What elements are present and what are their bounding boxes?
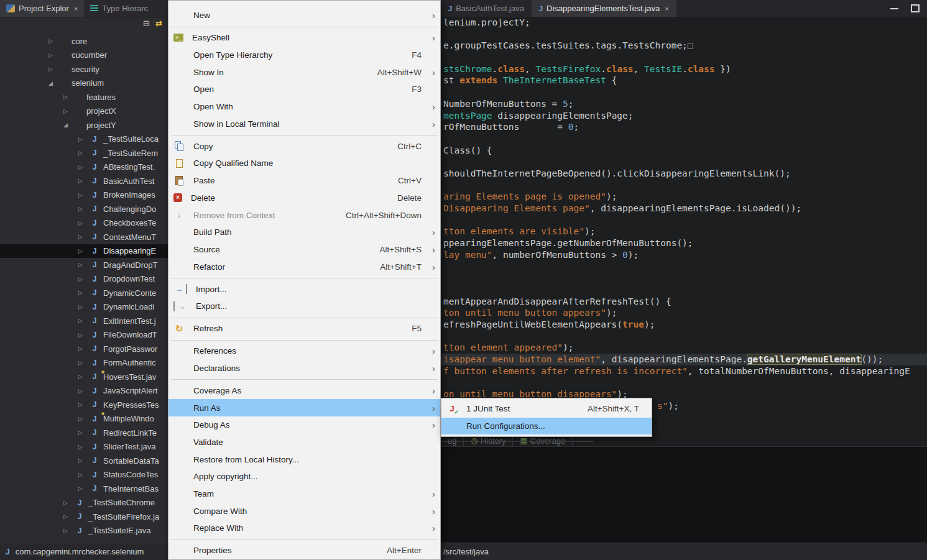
expand-arrow-icon[interactable]: ▷ <box>78 485 90 492</box>
code-line[interactable] <box>441 29 927 40</box>
menu-item-open-type-hierarchy[interactable]: Open Type HierarchyF4 <box>168 47 440 64</box>
menu-item-references[interactable]: References› <box>168 342 440 360</box>
minimize-button[interactable] <box>890 8 898 9</box>
collapse-arrow-icon[interactable]: ◢ <box>63 122 75 128</box>
menu-item-debug-as[interactable]: Debug As› <box>168 416 440 434</box>
code-line[interactable] <box>441 272 927 284</box>
collapse-arrow-icon[interactable]: ◢ <box>48 80 60 86</box>
expand-arrow-icon[interactable]: ▷ <box>78 150 90 156</box>
link-with-editor-icon[interactable]: ⇄ <box>155 19 162 27</box>
expand-arrow-icon[interactable]: ▷ <box>78 388 90 394</box>
code-line[interactable]: mentsPage disappearingElementsPage; <box>441 110 927 122</box>
tab-basicauthtest-java[interactable]: J BasicAuthTest.java <box>441 0 532 17</box>
menu-item-team[interactable]: Team› <box>168 485 440 503</box>
code-line[interactable]: Disappearing Elements page", disappearin… <box>441 203 927 214</box>
code-line[interactable]: aring Elements page is opened"); <box>441 191 927 203</box>
menu-item-validate[interactable]: Validate <box>168 434 440 451</box>
menu-item-declarations[interactable]: Declarations› <box>168 360 440 377</box>
menu-item-coverage-as[interactable]: Coverage As› <box>168 382 440 400</box>
close-icon[interactable]: × <box>665 5 668 12</box>
code-line[interactable] <box>441 86 927 98</box>
menu-item-delete[interactable]: ×DeleteDelete <box>168 189 440 206</box>
menu-item-new[interactable]: New› <box>168 7 440 24</box>
expand-arrow-icon[interactable]: ▷ <box>78 206 90 212</box>
menu-item-open-with[interactable]: Open With› <box>168 98 440 116</box>
expand-arrow-icon[interactable]: ▷ <box>63 500 75 506</box>
menu-item-run-as[interactable]: Run As› <box>168 399 440 416</box>
expand-arrow-icon[interactable]: ▷ <box>63 108 75 114</box>
console-tab-coverage[interactable]: ▦Coverage <box>513 436 573 446</box>
code-line[interactable]: st extends TheInternetBaseTest { <box>441 75 927 86</box>
expand-arrow-icon[interactable]: ▷ <box>63 94 75 100</box>
expand-arrow-icon[interactable]: ▷ <box>78 220 90 226</box>
menu-item-copy-qualified-name[interactable]: Copy Qualified Name <box>168 155 440 172</box>
expand-arrow-icon[interactable]: ▷ <box>63 513 75 520</box>
code-line[interactable]: ton until menu button appears"); <box>441 307 927 319</box>
tab-type-hierarchy[interactable]: Type Hierarc <box>84 0 154 17</box>
code-line[interactable]: rOfMenuButtons = 0; <box>441 121 927 133</box>
maximize-button[interactable] <box>911 4 920 12</box>
code-line[interactable]: tton element appeared"); <box>441 342 927 354</box>
menu-item-refactor[interactable]: RefactorAlt+Shift+T› <box>168 258 440 275</box>
expand-arrow-icon[interactable]: ▷ <box>78 444 90 450</box>
tab-project-explorer[interactable]: Project Explor × <box>0 0 84 17</box>
menu-item-replace-with[interactable]: Replace With› <box>168 520 440 537</box>
menu-item-open[interactable]: OpenF3 <box>168 81 440 98</box>
code-line[interactable] <box>441 260 927 272</box>
collapse-all-icon[interactable]: ⊟ <box>143 19 150 27</box>
code-line[interactable]: f button elements after refresh is incor… <box>441 365 927 377</box>
code-line[interactable]: tton elements are visible"); <box>441 226 927 237</box>
expand-arrow-icon[interactable]: ▷ <box>78 290 90 296</box>
code-line[interactable] <box>441 331 927 342</box>
menu-item-apply-copyright[interactable]: Apply copyright... <box>168 468 440 485</box>
expand-arrow-icon[interactable]: ▷ <box>78 262 90 268</box>
menu-item-easyshell[interactable]: >_EasyShell› <box>168 29 440 47</box>
menu-item-refresh[interactable]: ↻RefreshF5 <box>168 320 440 337</box>
expand-arrow-icon[interactable]: ▷ <box>78 192 90 198</box>
menu-item-compare-with[interactable]: Compare With› <box>168 502 440 520</box>
code-editor[interactable]: lenium.projectY;e.groupTestCases.testSui… <box>441 17 927 435</box>
expand-arrow-icon[interactable]: ▷ <box>78 178 90 184</box>
console-tab-history[interactable]: ◷History <box>464 436 513 446</box>
code-line[interactable] <box>441 156 927 168</box>
expand-arrow-icon[interactable]: ▷ <box>63 528 75 534</box>
menu-item-restore-from-local-history[interactable]: Restore from Local History... <box>168 451 440 468</box>
menu-item-remove-from-context[interactable]: ↓Remove from ContextCtrl+Alt+Shift+Down <box>168 206 440 224</box>
expand-arrow-icon[interactable]: ▷ <box>78 402 90 408</box>
expand-arrow-icon[interactable]: ▷ <box>78 457 90 464</box>
code-line[interactable]: efreshPageUntilWebElementAppears(true); <box>441 319 927 331</box>
code-line[interactable] <box>441 52 927 63</box>
expand-arrow-icon[interactable]: ▷ <box>78 304 90 310</box>
code-line[interactable]: lenium.projectY; <box>441 17 927 29</box>
menu-item-show-in[interactable]: Show InAlt+Shift+W› <box>168 63 440 81</box>
menu-item-build-path[interactable]: Build Path› <box>168 224 440 241</box>
menu-item-paste[interactable]: PasteCtrl+V <box>168 172 440 190</box>
code-line[interactable]: Class() { <box>441 145 927 157</box>
menu-item-properties[interactable]: PropertiesAlt+Enter <box>168 542 440 559</box>
expand-arrow-icon[interactable]: ▷ <box>78 248 90 254</box>
expand-arrow-icon[interactable]: ▷ <box>78 332 90 338</box>
expand-arrow-icon[interactable]: ▷ <box>48 38 60 44</box>
code-line[interactable] <box>441 214 927 226</box>
expand-arrow-icon[interactable]: ▷ <box>78 276 90 282</box>
code-line[interactable]: shouldTheInternetPageBeOpened().clickDis… <box>441 168 927 180</box>
code-line[interactable]: e.groupTestCases.testSuites.tags.TestsCh… <box>441 40 927 52</box>
close-icon[interactable]: × <box>74 5 78 12</box>
expand-arrow-icon[interactable]: ▷ <box>78 429 90 436</box>
expand-arrow-icon[interactable]: ▷ <box>78 164 90 170</box>
expand-arrow-icon[interactable]: ▷ <box>78 318 90 324</box>
code-line[interactable] <box>441 133 927 145</box>
code-line[interactable]: lay menu", numberOfMenuButtons > 0); <box>441 249 927 261</box>
expand-arrow-icon[interactable]: ▷ <box>48 66 60 72</box>
menu-item-export[interactable]: →Export... <box>168 298 440 315</box>
code-line[interactable] <box>441 180 927 191</box>
submenu-item-run-configurations[interactable]: Run Configurations... <box>441 418 652 435</box>
expand-arrow-icon[interactable]: ▷ <box>78 360 90 366</box>
code-line[interactable]: NumberOfMenuButtons = 5; <box>441 98 927 110</box>
expand-arrow-icon[interactable]: ▷ <box>78 346 90 352</box>
expand-arrow-icon[interactable]: ▷ <box>78 472 90 478</box>
menu-item-copy[interactable]: CopyCtrl+C <box>168 137 440 155</box>
code-line[interactable] <box>441 284 927 296</box>
console-tab-ug[interactable]: ug <box>441 436 464 446</box>
tab-disappearingelementstest-java[interactable]: J DisappearingElementsTest.java × <box>532 0 676 17</box>
